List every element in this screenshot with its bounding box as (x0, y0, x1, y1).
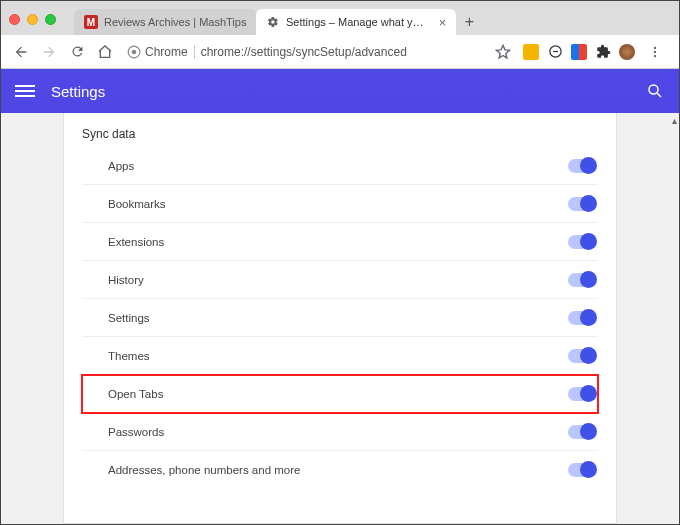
scroll-up-icon[interactable]: ▴ (672, 115, 677, 126)
tab-1[interactable]: Settings – Manage what you s × (256, 9, 456, 35)
profile-avatar[interactable] (619, 44, 635, 60)
toggle-switch[interactable] (568, 463, 596, 477)
settings-app-title: Settings (51, 83, 645, 100)
toggle-switch[interactable] (568, 387, 596, 401)
toggle-switch[interactable] (568, 311, 596, 325)
sync-card: Sync data AppsBookmarksExtensionsHistory… (63, 113, 617, 524)
back-button[interactable] (9, 40, 33, 64)
site-info-icon[interactable]: Chrome (127, 45, 188, 59)
svg-point-1 (132, 49, 137, 54)
sync-row-themes: Themes (82, 337, 598, 375)
window-controls (9, 14, 56, 25)
browser-window: M Reviews Archives | MashTips Settings –… (0, 0, 680, 525)
row-label: Bookmarks (108, 198, 166, 210)
toolbar-right (491, 40, 671, 64)
forward-button[interactable] (37, 40, 61, 64)
toolbar: Chrome chrome://settings/syncSetup/advan… (1, 35, 679, 69)
toggle-switch[interactable] (568, 273, 596, 287)
address-bar[interactable]: Chrome chrome://settings/syncSetup/advan… (121, 40, 487, 64)
reload-button[interactable] (65, 40, 89, 64)
tab-0[interactable]: M Reviews Archives | MashTips (74, 9, 256, 35)
toggle-switch[interactable] (568, 349, 596, 363)
row-label: Passwords (108, 426, 164, 438)
sync-row-open-tabs: Open Tabs (82, 375, 598, 413)
svg-point-3 (654, 46, 656, 48)
tab-strip: M Reviews Archives | MashTips Settings –… (74, 1, 482, 35)
sync-row-addresses-phone-numbers-and-more: Addresses, phone numbers and more (82, 451, 598, 489)
divider (194, 45, 195, 59)
row-label: History (108, 274, 144, 286)
sync-row-settings: Settings (82, 299, 598, 337)
url-text: chrome://settings/syncSetup/advanced (201, 45, 407, 59)
row-label: Addresses, phone numbers and more (108, 464, 300, 476)
row-label: Settings (108, 312, 150, 324)
minimize-window-button[interactable] (27, 14, 38, 25)
toggle-switch[interactable] (568, 159, 596, 173)
sync-row-passwords: Passwords (82, 413, 598, 451)
row-label: Themes (108, 350, 150, 362)
settings-content: ▴ Sync data AppsBookmarksExtensionsHisto… (1, 113, 679, 524)
sync-row-history: History (82, 261, 598, 299)
toggle-switch[interactable] (568, 425, 596, 439)
tab-title: Settings – Manage what you s (286, 16, 429, 28)
bookmark-star-icon[interactable] (491, 40, 515, 64)
row-label: Open Tabs (108, 388, 163, 400)
svg-point-5 (654, 54, 656, 56)
search-icon[interactable] (645, 81, 665, 101)
svg-point-4 (654, 50, 656, 52)
favicon: M (84, 15, 98, 29)
row-label: Extensions (108, 236, 164, 248)
extension-icon-3[interactable] (571, 44, 587, 60)
sync-options-list: AppsBookmarksExtensionsHistorySettingsTh… (82, 147, 598, 489)
kebab-menu-icon[interactable] (643, 40, 667, 64)
row-label: Apps (108, 160, 134, 172)
tab-title: Reviews Archives | MashTips (104, 16, 246, 28)
new-tab-button[interactable]: + (456, 9, 482, 35)
menu-icon[interactable] (15, 85, 35, 97)
extension-icon-1[interactable] (523, 44, 539, 60)
toggle-switch[interactable] (568, 235, 596, 249)
svg-point-6 (649, 85, 658, 94)
extensions-puzzle-icon[interactable] (595, 44, 611, 60)
chrome-label: Chrome (145, 45, 188, 59)
settings-header: Settings (1, 69, 679, 113)
sync-row-bookmarks: Bookmarks (82, 185, 598, 223)
close-window-button[interactable] (9, 14, 20, 25)
maximize-window-button[interactable] (45, 14, 56, 25)
home-button[interactable] (93, 40, 117, 64)
titlebar: M Reviews Archives | MashTips Settings –… (1, 1, 679, 35)
sync-row-apps: Apps (82, 147, 598, 185)
svg-line-7 (657, 93, 661, 97)
toggle-switch[interactable] (568, 197, 596, 211)
gear-icon (266, 15, 280, 29)
section-title: Sync data (82, 123, 598, 147)
sync-row-extensions: Extensions (82, 223, 598, 261)
close-tab-icon[interactable]: × (439, 15, 447, 30)
extension-icon-2[interactable] (547, 44, 563, 60)
